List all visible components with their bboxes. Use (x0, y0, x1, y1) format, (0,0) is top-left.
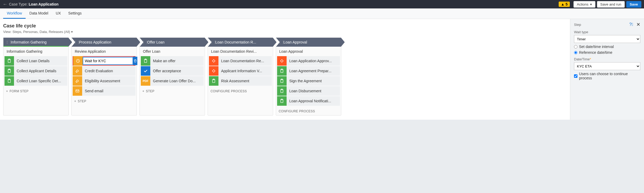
process-title[interactable]: Loan Documentation Revi... (208, 47, 273, 56)
clipboard-icon (4, 66, 14, 76)
svg-rect-10 (212, 60, 215, 62)
step-label: Offer acceptance (150, 69, 204, 73)
tab-ux[interactable]: UX (52, 8, 64, 19)
step-label: Loan Documentation Re... (218, 59, 272, 63)
step-row[interactable]: PDFGenerate Loan Offer Do... (141, 76, 204, 86)
stage-header[interactable]: ⋮⋮Process Application (72, 38, 137, 47)
stage: ⋮⋮Offer LoanOffer LoanMake an offerOffer… (139, 37, 205, 115)
step-label: Send email (82, 89, 136, 93)
delete-step-button[interactable] (133, 57, 137, 65)
continue-process-checkbox-row[interactable]: Users can choose to continue process (574, 72, 640, 80)
step-label: Sign the Agreement (287, 79, 340, 83)
step-label: Risk Assessment (218, 79, 272, 83)
clipboard-icon (277, 86, 287, 96)
add-step-button[interactable]: +STEP (72, 97, 137, 105)
wait-type-label: Wait type (574, 30, 640, 34)
process-title[interactable]: Loan Approval (276, 47, 341, 56)
step-label: Make an offer (150, 59, 204, 63)
radio-interval-input[interactable] (574, 45, 577, 49)
save-and-run-button[interactable]: Save and run (597, 1, 625, 8)
clipboard-icon (277, 66, 287, 76)
stage-header[interactable]: ⋮⋮Offer Loan (140, 38, 205, 47)
step-row[interactable]: Loan Approval Notificati... (277, 96, 340, 106)
process-title[interactable]: Offer Loan (140, 47, 205, 56)
tab-settings[interactable]: Settings (64, 8, 85, 19)
stage-name: Information Gathering (11, 40, 46, 44)
page-title: Case life cycle (3, 23, 567, 29)
step-label: Eligibility Assessment (82, 79, 136, 83)
process-title[interactable]: Review Application (72, 47, 137, 56)
plus-icon: + (142, 89, 144, 93)
configure-process-button[interactable]: CONFIGURE PROCESS (276, 107, 341, 115)
step-row[interactable]: Applicant Information V... (209, 66, 272, 76)
stage-header[interactable]: ⋮⋮Loan Documentation R... (208, 38, 273, 47)
diamond-icon (277, 56, 287, 66)
stage: ⋮⋮Loan ApprovalLoan ApprovalLoan Applica… (276, 37, 341, 115)
step-label: Loan Approval Notificati... (287, 99, 340, 103)
properties-panel: Step ?⃝ ✕ Wait type Timer Set date/time … (570, 19, 644, 120)
add-step-button[interactable]: +STEP (140, 87, 205, 95)
tab-workflow[interactable]: Workflow (3, 8, 26, 19)
help-icon[interactable]: ?⃝ (629, 22, 633, 27)
stage: ⋮⋮Loan Documentation R...Loan Documentat… (208, 37, 273, 115)
step-row[interactable]: Loan Disbursement (277, 86, 340, 96)
step-label: Collect Loan Details (14, 59, 67, 63)
wait-type-select[interactable]: Timer (574, 35, 640, 43)
process-title[interactable]: Information Gathering (3, 47, 68, 56)
sub-nav: Workflow Data Model UX Settings (0, 8, 644, 19)
step-label: Applicant Information V... (218, 69, 272, 73)
clipboard-icon (4, 56, 14, 66)
step-label: Credit Evaluation (82, 69, 136, 73)
save-button[interactable]: Save (626, 1, 641, 8)
continue-process-checkbox[interactable] (574, 74, 577, 78)
grip-icon: ⋮⋮ (210, 40, 217, 44)
grip-icon: ⋮⋮ (142, 40, 149, 44)
panel-title: Step (574, 23, 581, 27)
tab-data-model[interactable]: Data Model (26, 8, 52, 19)
add-form-step-button[interactable]: +FORM STEP (3, 87, 68, 95)
chevron-down-icon: ▾ (71, 30, 73, 34)
warning-count: 5 (566, 2, 568, 6)
step-row[interactable]: Credit Evaluation (73, 66, 136, 76)
step-row[interactable]: Send email (73, 86, 136, 96)
configure-process-button[interactable]: CONFIGURE PROCESS (208, 87, 273, 95)
mail-icon (73, 86, 82, 96)
step-name-input[interactable] (83, 57, 133, 65)
step-row[interactable]: Loan Documentation Re... (209, 56, 272, 66)
step-label: Loan Agreement Prepar... (287, 69, 340, 73)
svg-rect-11 (212, 70, 215, 73)
back-icon[interactable]: ← (3, 2, 9, 7)
step-row[interactable]: Eligibility Assessment (73, 76, 136, 86)
datetime-select[interactable]: KYC ETA (574, 62, 640, 70)
workflow-canvas: Case life cycle View: Steps, Personas, D… (0, 19, 570, 120)
stage-header[interactable]: ⋮⋮Loan Approval (276, 38, 341, 47)
radio-reference-datetime[interactable]: Reference date/time (574, 50, 640, 55)
view-selector[interactable]: View: Steps, Personas, Data, Releases (A… (3, 30, 567, 34)
step-row[interactable]: Sign the Agreement (277, 76, 340, 86)
step-row[interactable]: Collect Loan Specific Det... (4, 76, 67, 86)
warning-badge[interactable]: ▲ 5 (559, 2, 570, 7)
radio-set-interval[interactable]: Set date/time interval (574, 45, 640, 49)
stage-name: Loan Documentation R... (215, 40, 256, 44)
step-row[interactable]: Collect Loan Details (4, 56, 67, 66)
stage: ⋮⋮Information GatheringInformation Gathe… (3, 37, 69, 115)
stage-header[interactable]: ⋮⋮Information Gathering (3, 38, 68, 47)
svg-rect-14 (281, 60, 283, 62)
step-row[interactable] (73, 56, 136, 66)
diamond-icon (209, 66, 218, 76)
plus-icon: + (74, 99, 76, 103)
stage: ⋮⋮Process ApplicationReview ApplicationC… (71, 37, 137, 115)
stage-name: Loan Approval (283, 40, 307, 44)
actions-button[interactable]: Actions ▾ (573, 1, 595, 8)
top-bar: ← Case Type: Loan Application ▲ 5 Action… (0, 0, 644, 8)
step-row[interactable]: Loan Application Approv... (277, 56, 340, 66)
close-icon[interactable]: ✕ (636, 22, 640, 27)
grip-icon: ⋮⋮ (6, 40, 12, 44)
radio-reference-input[interactable] (574, 51, 577, 54)
step-row[interactable]: Make an offer (141, 56, 204, 66)
check-icon (141, 66, 150, 76)
step-row[interactable]: Risk Assessment (209, 76, 272, 86)
step-row[interactable]: Offer acceptance (141, 66, 204, 76)
step-row[interactable]: Collect Applicant Details (4, 66, 67, 76)
step-row[interactable]: Loan Agreement Prepar... (277, 66, 340, 76)
